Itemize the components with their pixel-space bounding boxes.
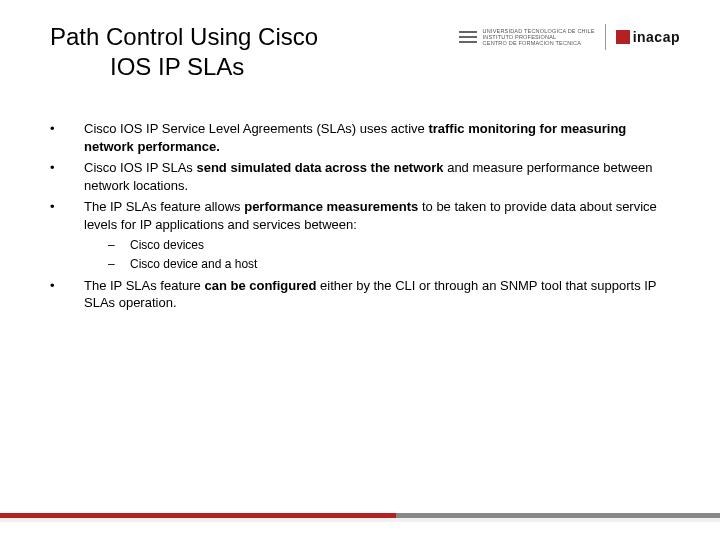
footer-bar	[0, 513, 720, 518]
slide-header: Path Control Using Cisco IOS IP SLAs UNI…	[50, 22, 680, 82]
slide-title: Path Control Using Cisco IOS IP SLAs	[50, 22, 318, 82]
list-item: • Cisco IOS IP SLAs send simulated data …	[50, 159, 670, 194]
utc-logo-icon	[459, 31, 477, 43]
bullet-list-2: • The IP SLAs feature can be configured …	[50, 277, 670, 312]
sub-bullet-icon: –	[108, 237, 130, 254]
inacap-square-icon	[616, 30, 630, 44]
list-item: • The IP SLAs feature can be configured …	[50, 277, 670, 312]
sub-bullet-list: – Cisco devices – Cisco device and a hos…	[50, 237, 670, 273]
list-item: • Cisco IOS IP Service Level Agreements …	[50, 120, 670, 155]
bullet-text: The IP SLAs feature can be configured ei…	[84, 277, 670, 312]
bullet-icon: •	[50, 120, 84, 155]
utc-logo: UNIVERSIDAD TECNOLOGICA DE CHILE INSTITU…	[459, 28, 595, 46]
utc-logo-text: UNIVERSIDAD TECNOLOGICA DE CHILE INSTITU…	[483, 28, 595, 46]
utc-line-3: CENTRO DE FORMACION TECNICA	[483, 40, 595, 46]
sub-list-item: – Cisco device and a host	[50, 256, 670, 273]
title-line-1: Path Control Using Cisco	[50, 23, 318, 50]
bullet-icon: •	[50, 159, 84, 194]
bullet-list: • Cisco IOS IP Service Level Agreements …	[50, 120, 670, 233]
sub-bullet-text: Cisco devices	[130, 237, 204, 254]
list-item: • The IP SLAs feature allows performance…	[50, 198, 670, 233]
bullet-text: Cisco IOS IP Service Level Agreements (S…	[84, 120, 670, 155]
title-line-2: IOS IP SLAs	[50, 53, 244, 80]
bullet-text: Cisco IOS IP SLAs send simulated data ac…	[84, 159, 670, 194]
inacap-logo: inacap	[616, 29, 680, 45]
inacap-text: inacap	[633, 29, 680, 45]
sub-bullet-text: Cisco device and a host	[130, 256, 257, 273]
sub-bullet-icon: –	[108, 256, 130, 273]
sub-list-item: – Cisco devices	[50, 237, 670, 254]
bullet-icon: •	[50, 277, 84, 312]
bullet-icon: •	[50, 198, 84, 233]
logo-block: UNIVERSIDAD TECNOLOGICA DE CHILE INSTITU…	[459, 24, 680, 50]
bullet-text: The IP SLAs feature allows performance m…	[84, 198, 670, 233]
slide-content: • Cisco IOS IP Service Level Agreements …	[50, 120, 670, 316]
logo-separator	[605, 24, 606, 50]
footer-shadow	[0, 518, 720, 522]
title-block: Path Control Using Cisco IOS IP SLAs	[50, 22, 318, 82]
